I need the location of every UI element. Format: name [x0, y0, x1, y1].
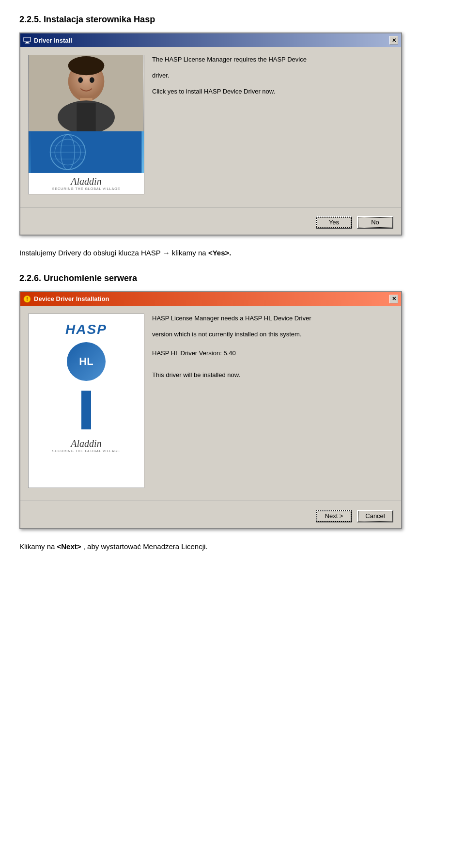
dialog-2-image: HASP HL Aladdin SECURING THE GLOBAL VILL… — [28, 314, 144, 488]
hasp-logo-text: HASP — [65, 322, 107, 337]
dialog-1-image: Aladdin SECURING THE GLOBAL VILLAGE — [28, 55, 144, 194]
aladdin-tagline-2: SECURING THE GLOBAL VILLAGE — [52, 449, 121, 453]
svg-point-5 — [68, 56, 105, 75]
dialog-2-content: HASP License Manager needs a HASP HL Dev… — [152, 314, 393, 488]
dialog-2-buttons: Next > Cancel — [20, 506, 401, 528]
arrow-icon: → — [163, 249, 170, 257]
svg-rect-11 — [31, 131, 142, 173]
instruction-1: Instalujemy Drivery do obsługi klucza HA… — [19, 247, 446, 259]
dialog-1-close-button[interactable]: ✕ — [389, 36, 398, 45]
dialog-1-separator — [20, 207, 401, 207]
svg-point-10 — [90, 77, 94, 83]
globe-image — [29, 131, 144, 173]
aladdin-brand-2: Aladdin — [71, 438, 101, 449]
computer-icon — [23, 37, 31, 44]
hasp-bar-decoration — [81, 391, 91, 429]
dialog-1-titlebar: Driver Install ✕ — [20, 33, 401, 47]
cancel-button[interactable]: Cancel — [357, 510, 393, 522]
person-photo — [29, 55, 144, 131]
dialog-2-title: ! Device Driver Installation — [23, 295, 109, 303]
dialog-1-body: Aladdin SECURING THE GLOBAL VILLAGE The … — [20, 47, 401, 202]
svg-rect-0 — [24, 37, 31, 42]
install-message: This driver will be installed now. — [152, 371, 393, 379]
instruction-2: Klikamy na <Next> , aby wystartować Mena… — [19, 541, 446, 552]
dialog-2-body: HASP HL Aladdin SECURING THE GLOBAL VILL… — [20, 306, 401, 496]
dialog-1-message-3: Click yes to install HASP Device Driver … — [152, 87, 393, 97]
dialog-1-title: Driver Install — [23, 37, 72, 44]
dialog-1-message-1: The HASP License Manager requires the HA… — [152, 55, 393, 65]
driver-version: HASP HL Driver Version: 5.40 — [152, 349, 393, 357]
dialog-2-titlebar: ! Device Driver Installation ✕ — [20, 292, 401, 306]
no-button[interactable]: No — [357, 216, 393, 229]
svg-text:!: ! — [26, 297, 28, 302]
aladdin-brand: Aladdin SECURING THE GLOBAL VILLAGE — [29, 173, 144, 194]
section-2-heading: 2.2.6. Uruchomienie serwera — [19, 273, 446, 284]
dialog-2-close-button[interactable]: ✕ — [389, 295, 398, 303]
setup-icon: ! — [23, 295, 31, 303]
dialog-1-message-2: driver. — [152, 71, 393, 81]
svg-rect-8 — [77, 103, 95, 131]
next-button[interactable]: Next > — [316, 510, 352, 522]
dialog-2-separator — [20, 501, 401, 501]
dialog-2-message-1: HASP License Manager needs a HASP HL Dev… — [152, 314, 393, 324]
dialog-1-content: The HASP License Manager requires the HA… — [152, 55, 393, 194]
section-1-heading: 2.2.5. Instalacja sterownika Hasp — [19, 15, 446, 25]
yes-button[interactable]: Yes — [316, 216, 352, 229]
hasp-hl-circle: HL — [67, 342, 106, 381]
svg-point-9 — [78, 77, 83, 83]
device-driver-dialog: ! Device Driver Installation ✕ HASP HL A… — [19, 291, 402, 529]
dialog-2-message-2: version which is not currently installed… — [152, 330, 393, 340]
dialog-1-buttons: Yes No — [20, 212, 401, 235]
driver-install-dialog: Driver Install ✕ — [19, 32, 402, 236]
